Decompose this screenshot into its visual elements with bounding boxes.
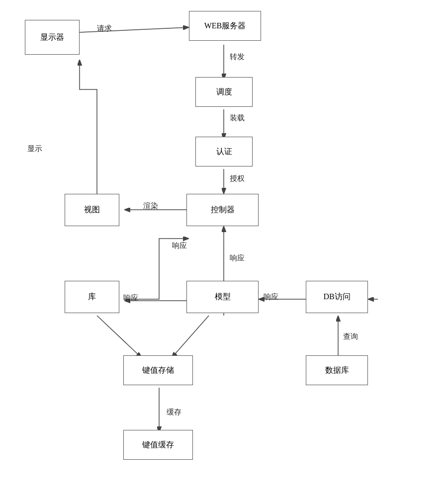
library-box: 库: [65, 281, 119, 313]
svg-line-13: [97, 316, 142, 358]
web-server-box: WEB服务器: [189, 11, 261, 41]
auth-box: 认证: [195, 137, 253, 166]
svg-line-1: [80, 27, 189, 32]
display-box: 显示器: [25, 20, 80, 55]
label-render: 渲染: [143, 201, 158, 211]
view-box: 视图: [65, 194, 119, 226]
model-box: 模型: [186, 281, 259, 313]
database-box: 数据库: [306, 355, 368, 385]
label-show: 显示: [27, 144, 42, 154]
svg-line-12: [172, 316, 209, 358]
label-response1: 响应: [172, 241, 187, 250]
label-response2: 响应: [230, 253, 245, 263]
label-load: 装载: [230, 113, 245, 123]
label-request: 请求: [97, 24, 112, 33]
label-forward: 转发: [230, 52, 245, 62]
label-authorize: 授权: [230, 174, 245, 183]
label-response3: 响应: [123, 293, 138, 303]
diagram: 显示器 WEB服务器 调度 认证 控制器 视图 模型 库 DB访问 键值存储 数…: [0, 0, 448, 497]
label-response4: 响应: [264, 292, 278, 302]
kv-cache-box: 键值缓存: [123, 430, 193, 460]
arrows-layer: [0, 0, 448, 497]
label-cache: 缓存: [167, 408, 181, 417]
schedule-box: 调度: [195, 77, 253, 107]
label-query: 查询: [343, 332, 358, 341]
db-access-box: DB访问: [306, 281, 368, 313]
controller-box: 控制器: [186, 194, 259, 226]
kv-store-box: 键值存储: [123, 355, 193, 385]
